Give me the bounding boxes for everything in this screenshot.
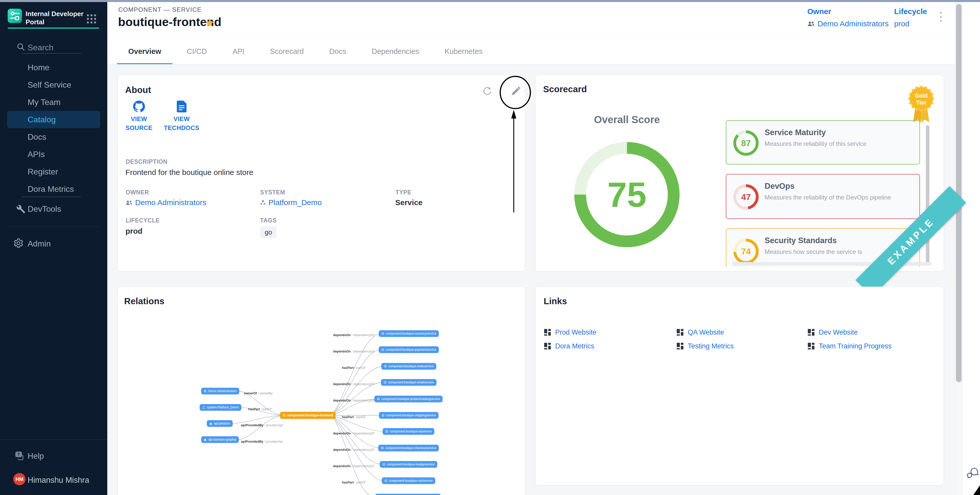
relation-node-label: system:Platform_Demo [207,406,239,409]
tab-overview[interactable]: Overview [117,38,172,64]
sidebar-item-docs[interactable]: Docs [0,128,107,146]
metric-score: 74 [732,247,760,256]
owner-field-label: OWNER [126,189,149,196]
chat-widget-icon[interactable] [966,467,978,479]
relation-node[interactable]: system:Platform_Demo [200,404,242,411]
dashboard-icon [676,342,684,350]
component-icon [382,414,385,417]
system-icon [260,199,266,205]
tab-ci-cd[interactable]: CI/CD [175,38,218,64]
metric-description: Measures the reliability of this service [765,140,867,147]
system-field-value[interactable]: Platform_Demo [260,198,321,207]
relation-node-label: component:boutique-paymentservice [386,348,436,352]
search-label: Search [28,43,53,53]
refresh-button[interactable] [480,84,494,98]
relation-node[interactable]: component:boutique-checkoutservice [379,445,439,451]
github-icon [133,100,145,112]
lifecycle-label: Lifecycle [894,7,927,16]
type-field-value: Service [395,198,423,207]
overall-score-value: 75 [573,141,681,248]
dashboard-icon [544,328,551,336]
relation-node-partial[interactable] [375,494,441,495]
sidebar-divider-accent [8,28,99,29]
relation-node[interactable]: component:boutique-productcatalogservice [374,396,442,402]
page-scrollbar-thumb[interactable] [956,4,962,382]
sidebar-item-search[interactable] [0,41,107,53]
more-options-kebab-icon[interactable]: ⋮ [935,11,947,22]
metric-card-devops[interactable]: 47DevOpsMeasures the reliability of the … [726,174,920,219]
relation-node[interactable]: component:boutique-paymentservice [379,346,439,353]
links-card: Links Prod WebsiteQA WebsiteDev WebsiteD… [535,286,944,485]
owner-field-value[interactable]: Demo Administrators [126,198,206,207]
relation-node[interactable]: Demo Administrators [201,388,239,395]
about-card: About VIEWSOURCE VIEWTECHDOCS DESCRIPTIO… [118,75,525,272]
owner-link[interactable]: Demo Administrators [807,19,889,28]
relation-node-label: component:boutique-currencyservice [386,332,436,335]
relation-node-label: component:boutique-adservice [390,430,432,433]
sidebar-item-home[interactable]: Home [0,59,107,76]
lifecycle-value: prod [894,19,910,28]
sidebar-item-apis[interactable]: APIs [0,146,107,163]
metric-card-service-maturity[interactable]: 87Service MaturityMeasures the reliabili… [726,120,920,164]
sidebar-item-my-team[interactable]: My Team [0,94,107,111]
header-divider [107,35,955,36]
view-techdocs-button[interactable]: VIEWTECHDOCS [160,100,204,132]
favorite-star-icon[interactable]: ★ [204,16,215,30]
app-switcher-icon[interactable] [86,13,97,24]
tab-kubernetes[interactable]: Kubernetes [433,38,493,64]
relation-node[interactable]: component:boutique-shippingservice [379,412,438,419]
edit-button[interactable] [508,84,522,98]
relation-node[interactable]: component:boutique-adservice [383,428,434,435]
api-icon [210,422,213,425]
link-prod-website[interactable]: Prod Website [544,328,676,337]
about-title: About [125,85,151,95]
relation-node[interactable]: component:boutique-cartservice [382,477,435,484]
sidebar-divider [22,53,81,54]
type-field-label: TYPE [396,189,411,196]
relation-node[interactable]: component:boutique-redisservice [382,363,436,369]
tag-chip[interactable]: go [260,226,277,238]
scorecard-scrollbar-vertical[interactable] [926,125,929,264]
dashboard-icon [676,328,684,336]
wrench-icon [15,203,25,214]
link-dev-website[interactable]: Dev Website [807,328,932,337]
link-testing-metrics[interactable]: Testing Metrics [676,342,807,351]
links-title: Links [544,296,567,306]
sidebar-item-dora-metrics[interactable]: Dora Metrics [0,180,107,198]
metric-score: 87 [732,138,760,148]
link-team-training-progress[interactable]: Team Training Progress [807,342,932,351]
link-label: QA Website [688,328,724,336]
component-icon [385,430,388,433]
help-label: Help [28,452,44,461]
sidebar-item-register[interactable]: Register [0,163,107,180]
relation-node[interactable]: component:boutique-emailservice [381,379,436,386]
relation-node-label: component:boutique-productcatalogservice [382,397,440,401]
system-icon [202,406,205,409]
component-icon [382,348,385,351]
tab-docs[interactable]: Docs [318,38,357,64]
links-grid: Prod WebsiteQA WebsiteDev WebsiteDora Me… [544,328,932,351]
tab-bar: OverviewCI/CDAPIScorecardDocsDependencie… [117,38,494,64]
tab-scorecard[interactable]: Scorecard [259,38,315,64]
sidebar-item-self-service[interactable]: Self Service [0,76,107,94]
relation-node[interactable]: api:petstore [207,420,233,427]
sidebar-item-catalog[interactable]: Catalog [7,111,100,128]
tab-dependencies[interactable]: Dependencies [361,38,430,64]
relation-node-label: component:boutique-redisservice [388,364,434,368]
link-dora-metrics[interactable]: Dora Metrics [544,342,676,351]
devtools-label: DevTools [28,204,61,214]
tab-api[interactable]: API [221,38,256,64]
component-icon [377,398,380,401]
view-source-button[interactable]: VIEWSOURCE [123,100,156,132]
relation-node-center[interactable]: component:boutique-frontend [280,412,336,419]
relation-node-label: component:boutique-cartservice [389,479,433,482]
api-icon [204,438,207,441]
relation-node[interactable]: api:starwars-graphql [201,436,239,443]
relation-node-label: api:starwars-graphql [208,438,236,441]
metric-description: Measures the reliability of the DevOps p… [765,194,891,201]
dashboard-icon [544,342,551,350]
relation-node[interactable]: component:boutique-currencyservice [379,330,439,337]
relation-node[interactable]: component:boutique-loadgenerator [380,461,438,468]
link-qa-website[interactable]: QA Website [676,328,807,337]
app-logo-icon[interactable] [8,9,22,23]
